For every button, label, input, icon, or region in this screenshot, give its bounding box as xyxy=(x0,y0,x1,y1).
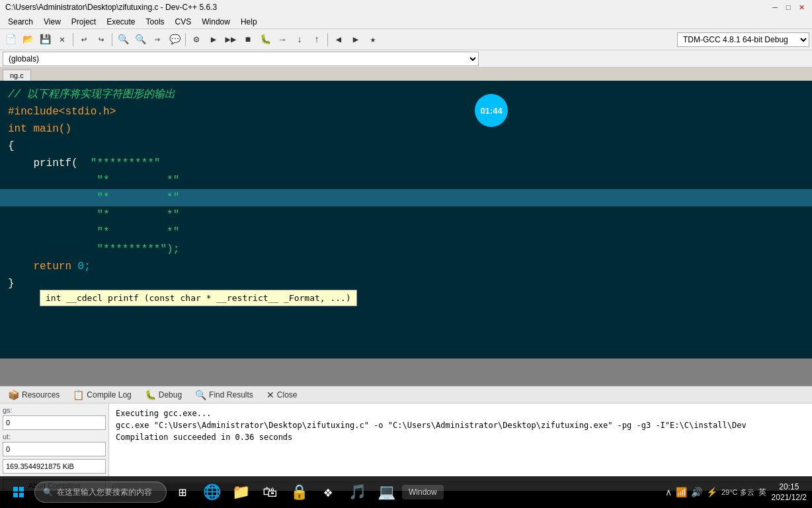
tray-network[interactable]: 📶 xyxy=(676,487,687,497)
close-button[interactable]: ✕ xyxy=(796,2,807,13)
compile-run-button[interactable]: ▶▶ xyxy=(223,32,239,48)
redo-button[interactable]: ↪ xyxy=(93,32,109,48)
menu-help[interactable]: Help xyxy=(235,16,263,28)
code-line-10: "*********"); xyxy=(8,241,804,258)
toolbar-sep3 xyxy=(185,33,186,46)
taskbar-icon-app1[interactable]: ❖ xyxy=(315,479,341,505)
stat-input-1[interactable] xyxy=(3,415,106,430)
step-into-button[interactable]: ↓ xyxy=(292,32,307,48)
maximize-button[interactable]: □ xyxy=(783,2,793,13)
clock[interactable]: 20:15 2021/12/2 xyxy=(772,482,807,503)
close-tab-icon: ✕ xyxy=(266,390,274,400)
taskbar-icon-app3[interactable]: 💻 xyxy=(373,479,399,505)
code-editor[interactable]: 01:44 // 以下程序将实现字符图形的输出 #include<stdio.h… xyxy=(0,81,812,359)
comment-button[interactable]: 💬 xyxy=(167,32,183,48)
code-line-11: return 0; xyxy=(8,258,804,275)
toolbar-sep2 xyxy=(112,33,112,46)
window-label[interactable]: Window xyxy=(402,485,444,499)
bottom-tab-bar: 📦 Resources 📋 Compile Log 🐛 Debug 🔍 Find… xyxy=(0,386,812,403)
tray-volume[interactable]: 🔊 xyxy=(691,487,702,497)
taskbar-right: ∧ 📶 🔊 ⚡ 29°C 多云 英 20:15 2021/12/2 xyxy=(665,482,807,503)
tab-resources-label: Resources xyxy=(22,390,60,400)
taskbar-icon-security[interactable]: 🔒 xyxy=(286,479,312,505)
tray-keyboard[interactable]: 英 xyxy=(758,487,766,498)
indent-button[interactable]: ⇒ xyxy=(149,32,165,48)
tab-compile-log[interactable]: 📋 Compile Log xyxy=(67,388,136,402)
tab-bar: ng.c xyxy=(0,67,812,81)
menu-execute[interactable]: Execute xyxy=(101,16,140,28)
code-line-4: { xyxy=(8,138,804,155)
timer-circle: 01:44 xyxy=(475,94,508,127)
stop-button[interactable]: ■ xyxy=(240,32,256,48)
clock-time: 20:15 xyxy=(779,482,799,492)
tab-find-results[interactable]: 🔍 Find Results xyxy=(190,388,259,402)
step-out-button[interactable]: ↑ xyxy=(309,32,325,48)
back-button[interactable]: ◀ xyxy=(331,32,346,48)
tab-close[interactable]: ✕ Close xyxy=(261,388,303,402)
start-button[interactable] xyxy=(5,479,32,505)
menu-cvs[interactable]: CVS xyxy=(170,16,197,28)
titlebar-title: C:\Users\Administrator\Desktop\zifutuxin… xyxy=(5,3,217,12)
taskbar-search[interactable]: 🔍 在这里输入您要搜索的内容 xyxy=(34,482,167,503)
compile-log-icon: 📋 xyxy=(73,390,84,400)
tray-temp: 29°C 多云 xyxy=(721,487,754,497)
toolbar: 📄 📂 💾 ✕ ↩ ↪ 🔍 🔍 ⇒ 💬 ⚙ ▶ ▶▶ ■ 🐛 → ↓ ↑ ◀ ▶… xyxy=(0,29,812,50)
minimize-button[interactable]: ─ xyxy=(770,2,780,13)
task-view-button[interactable]: ⊞ xyxy=(169,479,196,505)
stat-input-2[interactable] xyxy=(3,442,106,456)
stat-input-3[interactable] xyxy=(3,459,106,474)
open-button[interactable]: 📂 xyxy=(20,32,36,48)
step-over-button[interactable]: → xyxy=(274,32,290,48)
resources-icon: 📦 xyxy=(8,390,19,400)
compile-button[interactable]: ⚙ xyxy=(188,32,204,48)
tray-chevron[interactable]: ∧ xyxy=(665,487,672,497)
search-button[interactable]: 🔍 xyxy=(115,32,131,48)
tab-find-results-label: Find Results xyxy=(209,390,253,400)
compiler-select[interactable]: TDM-GCC 4.8.1 64-bit Debug xyxy=(677,32,809,47)
forward-button[interactable]: ▶ xyxy=(348,32,364,48)
printf-tooltip: int __cdecl printf (const char * __restr… xyxy=(40,290,357,306)
search-placeholder: 在这里输入您要搜索的内容 xyxy=(57,487,152,498)
code-line-5: printf( "*********" xyxy=(8,155,804,172)
menu-window[interactable]: Window xyxy=(196,16,235,28)
menu-view[interactable]: View xyxy=(38,16,66,28)
undo-button[interactable]: ↩ xyxy=(76,32,92,48)
tab-debug[interactable]: 🐛 Debug xyxy=(140,388,187,402)
tray-battery[interactable]: ⚡ xyxy=(706,487,717,497)
taskbar: 🔍 在这里输入您要搜索的内容 ⊞ 🌐 📁 🛍 🔒 ❖ 🎵 💻 Window ∧ … xyxy=(0,476,812,508)
globals-select[interactable]: (globals) xyxy=(3,52,479,66)
bookmark-button[interactable]: ★ xyxy=(365,32,381,48)
menu-search[interactable]: Search xyxy=(3,16,38,28)
taskbar-tray: ∧ 📶 🔊 ⚡ 29°C 多云 英 xyxy=(665,487,766,498)
stat-row-2: ut: xyxy=(3,433,106,456)
stat-label-2: ut: xyxy=(3,433,106,441)
taskbar-icon-edge[interactable]: 🌐 xyxy=(198,479,225,505)
svg-rect-2 xyxy=(13,493,18,497)
save-button[interactable]: 💾 xyxy=(37,32,53,48)
new-button[interactable]: 📄 xyxy=(3,32,19,48)
code-line-1: // 以下程序将实现字符图形的输出 xyxy=(8,86,804,103)
debug-button[interactable]: 🐛 xyxy=(257,32,273,48)
search-icon: 🔍 xyxy=(43,487,53,497)
close-file-button[interactable]: ✕ xyxy=(54,32,70,48)
file-tab[interactable]: ng.c xyxy=(3,69,31,81)
code-line-6: "* *" xyxy=(8,172,804,189)
tab-resources[interactable]: 📦 Resources xyxy=(3,388,65,402)
find-results-icon: 🔍 xyxy=(195,390,206,400)
bottom-panel: 📦 Resources 📋 Compile Log 🐛 Debug 🔍 Find… xyxy=(0,385,812,491)
replace-button[interactable]: 🔍 xyxy=(132,32,148,48)
stat-label-1: gs: xyxy=(3,406,106,414)
taskbar-icon-app2[interactable]: 🎵 xyxy=(344,479,370,505)
code-content: // 以下程序将实现字符图形的输出 #include<stdio.h> int … xyxy=(0,81,812,298)
code-line-8: "* *" xyxy=(8,206,804,224)
svg-rect-0 xyxy=(13,487,18,491)
menu-project[interactable]: Project xyxy=(66,16,101,28)
compile-line-2: gcc.exe "C:\Users\Administrator\Desktop\… xyxy=(116,419,805,431)
globals-bar: (globals) xyxy=(0,50,812,67)
compile-line-1: Executing gcc.exe... xyxy=(116,407,805,419)
taskbar-icon-explorer[interactable]: 📁 xyxy=(227,479,254,505)
toolbar-sep4 xyxy=(327,33,328,46)
taskbar-icon-store[interactable]: 🛍 xyxy=(257,479,283,505)
menu-tools[interactable]: Tools xyxy=(141,16,170,28)
run-button[interactable]: ▶ xyxy=(206,32,222,48)
